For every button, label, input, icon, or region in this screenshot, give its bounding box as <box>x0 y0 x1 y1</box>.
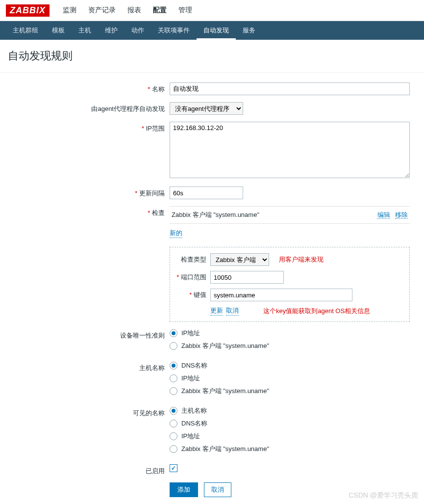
subnav-hostgroups[interactable]: 主机群组 <box>6 21 45 40</box>
topnav-admin[interactable]: 管理 <box>173 4 198 17</box>
label-check-type: 检查类型 <box>176 255 210 264</box>
radio-hn-ip[interactable] <box>170 374 177 382</box>
check-item-row: Zabbix 客户端 "system.uname" 编辑 移除 <box>170 206 410 224</box>
check-edit-box: 检查类型 Zabbix 客户端 用客户端来发现 端口范围 键值 更新 <box>170 247 410 322</box>
new-link[interactable]: 新的 <box>170 229 182 238</box>
topnav-reports[interactable]: 报表 <box>122 4 147 17</box>
label-visible-name: 可见的名称 <box>8 406 170 418</box>
label-interval: 更新间隔 <box>8 186 170 198</box>
radio-uniq-agent[interactable] <box>170 342 177 350</box>
check-item-text: Zabbix 客户端 "system.uname" <box>172 211 259 219</box>
radio-uniq-ip[interactable] <box>170 329 177 337</box>
form-content: 名称 由agent代理程序自动发现 没有agent代理程序 IP范围 192.1… <box>0 72 424 504</box>
label-proxy: 由agent代理程序自动发现 <box>8 102 170 113</box>
subnav-correlation[interactable]: 关联项事件 <box>151 21 197 40</box>
visiblename-group: 主机名称 DNS名称 IP地址 Zabbix 客户端 "system.uname… <box>170 406 416 457</box>
watermark: CSDN @爱学习秃头鹿 <box>349 491 418 500</box>
interval-input[interactable] <box>170 186 243 199</box>
subnav-hosts[interactable]: 主机 <box>72 21 98 40</box>
name-input[interactable] <box>170 82 410 95</box>
update-link[interactable]: 更新 <box>210 306 223 316</box>
page-title: 自动发现规则 <box>0 40 424 72</box>
enabled-checkbox[interactable] <box>170 464 177 472</box>
subnav-actions[interactable]: 动作 <box>125 21 151 40</box>
label-ip-range: IP范围 <box>8 122 170 133</box>
radio-vn-host-label: 主机名称 <box>181 406 207 415</box>
proxy-select[interactable]: 没有agent代理程序 <box>170 102 243 115</box>
sub-nav: 主机群组 模板 主机 维护 动作 关联项事件 自动发现 服务 <box>0 21 424 40</box>
subnav-templates[interactable]: 模板 <box>45 21 72 40</box>
edit-link[interactable]: 编辑 <box>377 211 390 219</box>
logo: ZABBIX <box>6 4 50 17</box>
check-type-select[interactable]: Zabbix 客户端 <box>210 253 269 266</box>
radio-hn-dns-label: DNS名称 <box>181 361 207 370</box>
subnav-maintenance[interactable]: 维护 <box>98 21 125 40</box>
radio-vn-agent[interactable] <box>170 445 177 453</box>
uniqueness-group: IP地址 Zabbix 客户端 "system.uname" <box>170 329 416 354</box>
radio-vn-agent-label: Zabbix 客户端 "system.uname" <box>181 445 269 453</box>
radio-vn-dns[interactable] <box>170 420 177 427</box>
label-enabled: 已启用 <box>8 464 170 476</box>
hostname-group: DNS名称 IP地址 Zabbix 客户端 "system.uname" <box>170 361 416 399</box>
remove-link[interactable]: 移除 <box>395 211 408 219</box>
port-range-input[interactable] <box>210 271 284 284</box>
label-port-range: 端口范围 <box>176 273 210 282</box>
subnav-services[interactable]: 服务 <box>236 21 262 40</box>
note-key: 这个key值能获取到agent OS相关信息 <box>263 307 370 316</box>
topnav-config[interactable]: 配置 <box>147 4 173 17</box>
radio-uniq-agent-label: Zabbix 客户端 "system.uname" <box>181 342 269 350</box>
label-key: 键值 <box>176 291 210 299</box>
radio-vn-ip-label: IP地址 <box>181 432 200 441</box>
radio-vn-ip[interactable] <box>170 432 177 440</box>
add-button[interactable]: 添加 <box>170 482 198 497</box>
label-name: 名称 <box>8 82 170 94</box>
cancel-button[interactable]: 取消 <box>204 482 231 497</box>
subnav-discovery[interactable]: 自动发现 <box>197 21 236 40</box>
radio-vn-host[interactable] <box>170 407 177 415</box>
radio-vn-dns-label: DNS名称 <box>181 419 207 428</box>
radio-hn-ip-label: IP地址 <box>181 374 200 383</box>
top-nav: 监测 资产记录 报表 配置 管理 <box>57 4 198 17</box>
radio-hn-dns[interactable] <box>170 362 177 370</box>
cancel-link[interactable]: 取消 <box>226 306 239 316</box>
radio-hn-agent-label: Zabbix 客户端 "system.uname" <box>181 387 269 396</box>
topnav-inventory[interactable]: 资产记录 <box>82 4 122 17</box>
label-checks: 检查 <box>8 206 170 217</box>
label-uniqueness: 设备唯一性准则 <box>8 329 170 340</box>
radio-hn-agent[interactable] <box>170 387 177 395</box>
ip-range-input[interactable]: 192.168.30.12-20 <box>170 122 410 178</box>
topnav-monitor[interactable]: 监测 <box>57 4 82 17</box>
top-bar: ZABBIX 监测 资产记录 报表 配置 管理 <box>0 0 424 21</box>
note-check-type: 用客户端来发现 <box>279 255 324 264</box>
radio-uniq-ip-label: IP地址 <box>181 329 200 338</box>
key-input[interactable] <box>210 289 352 301</box>
label-host-name: 主机名称 <box>8 361 170 372</box>
